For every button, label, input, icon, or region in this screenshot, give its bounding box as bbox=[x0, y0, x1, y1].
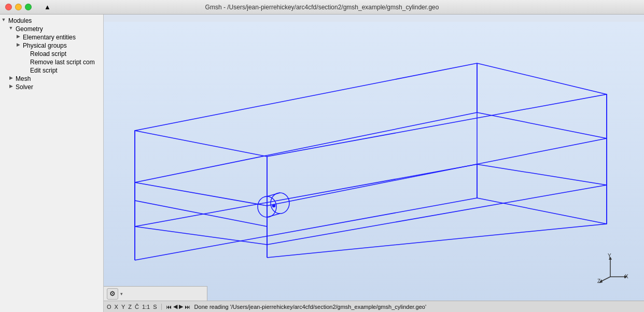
viewport-canvas[interactable] bbox=[104, 15, 644, 312]
physical-groups-label: Physical groups bbox=[22, 42, 67, 49]
axis-indicator: Y X Z bbox=[597, 253, 628, 286]
playback-controls: ⏮ ◀ ▶ ⏭ bbox=[166, 303, 190, 310]
status-axes: O X Y Z Ĉ 1:1 S bbox=[107, 304, 162, 310]
viewport[interactable]: Y X Z ⚙ ▾ O X Y Z Ĉ 1:1 S ⏮ bbox=[104, 15, 644, 312]
next-button[interactable]: ▶ bbox=[179, 303, 183, 310]
svg-text:Y: Y bbox=[608, 253, 611, 259]
statusbar: O X Y Z Ĉ 1:1 S ⏮ ◀ ▶ ⏭ Done reading '/U… bbox=[104, 301, 644, 312]
status-c[interactable]: Ĉ bbox=[135, 304, 139, 310]
maximize-button[interactable] bbox=[25, 4, 32, 10]
prev-button[interactable]: ◀ bbox=[173, 303, 177, 310]
status-x[interactable]: X bbox=[115, 304, 118, 310]
elementary-entities-label: Elementary entities bbox=[22, 34, 76, 41]
tree-item-elementary-entities[interactable]: Elementary entities bbox=[15, 33, 103, 41]
remove-last-label: Remove last script com bbox=[29, 59, 95, 66]
app-icon: ▲ bbox=[44, 3, 51, 11]
arrow-elementary bbox=[15, 34, 22, 41]
skip-back-button[interactable]: ⏮ bbox=[166, 304, 172, 310]
modules-label: Modules bbox=[7, 17, 32, 24]
gear-button[interactable]: ⚙ bbox=[107, 288, 118, 300]
sidebar: Modules Geometry Elementary entities Phy… bbox=[0, 15, 104, 312]
solver-label: Solver bbox=[15, 83, 33, 91]
tree-item-reload-script[interactable]: Reload script bbox=[22, 50, 103, 58]
svg-rect-0 bbox=[104, 22, 644, 305]
window-controls bbox=[5, 4, 32, 10]
titlebar: ▲ Gmsh - /Users/jean-pierrehickey/arc4cf… bbox=[0, 0, 644, 15]
tree-item-physical-groups[interactable]: Physical groups bbox=[15, 41, 103, 50]
svg-text:X: X bbox=[625, 274, 628, 279]
edit-script-label: Edit script bbox=[29, 67, 58, 74]
tree-item-mesh[interactable]: Mesh bbox=[7, 75, 103, 83]
tree-item-modules[interactable]: Modules bbox=[0, 17, 103, 25]
svg-point-11 bbox=[273, 205, 275, 207]
tree-item-geometry[interactable]: Geometry bbox=[7, 25, 103, 33]
window-title: Gmsh - /Users/jean-pierrehickey/arc4cfd/… bbox=[205, 4, 439, 11]
reload-script-label: Reload script bbox=[29, 50, 66, 58]
main-layout: Modules Geometry Elementary entities Phy… bbox=[0, 15, 644, 312]
close-button[interactable] bbox=[5, 4, 12, 10]
arrow-physical bbox=[15, 42, 22, 49]
status-s[interactable]: S bbox=[153, 304, 157, 310]
arrow-modules bbox=[0, 17, 7, 24]
arrow-mesh bbox=[7, 75, 15, 82]
arrow-geometry bbox=[7, 25, 15, 33]
tree-item-edit-script[interactable]: Edit script bbox=[22, 66, 103, 75]
tree-item-remove-last[interactable]: Remove last script com bbox=[22, 58, 103, 66]
gear-icon: ⚙ bbox=[109, 290, 116, 297]
arrow-solver bbox=[7, 83, 15, 91]
tree-item-solver[interactable]: Solver bbox=[7, 83, 103, 91]
mesh-label: Mesh bbox=[15, 75, 31, 82]
status-message: Done reading '/Users/jean-pierrehickey/a… bbox=[194, 304, 427, 310]
geometry-label: Geometry bbox=[15, 25, 43, 33]
svg-text:Z: Z bbox=[597, 278, 600, 284]
status-o[interactable]: O bbox=[107, 304, 111, 310]
sidebar-bottom-toolbar: ⚙ ▾ bbox=[104, 286, 207, 301]
status-y[interactable]: Y bbox=[121, 304, 125, 310]
status-z[interactable]: Z bbox=[128, 304, 132, 310]
minimize-button[interactable] bbox=[15, 4, 22, 10]
skip-forward-button[interactable]: ⏭ bbox=[185, 304, 190, 310]
status-scale: 1:1 bbox=[142, 304, 150, 310]
dropdown-arrow-icon[interactable]: ▾ bbox=[120, 291, 123, 296]
